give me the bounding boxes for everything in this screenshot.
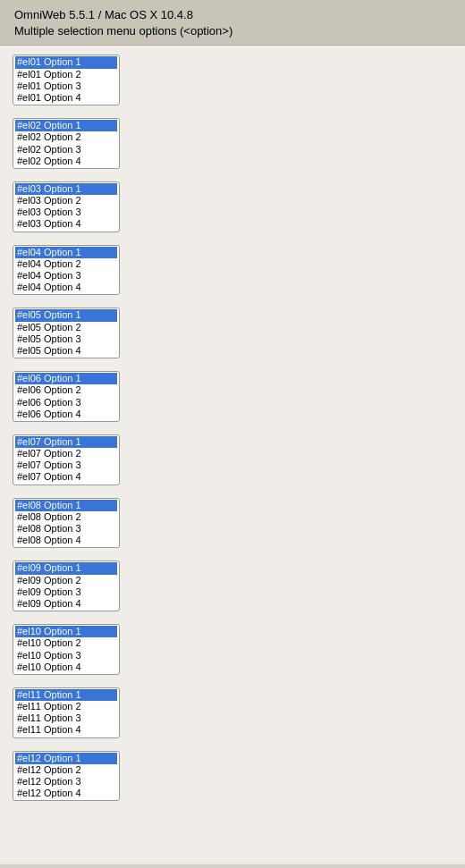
option-el02-3[interactable]: #el02 Option 3 [15, 144, 117, 156]
option-el06-1[interactable]: #el06 Option 1 [15, 373, 117, 384]
option-el07-4[interactable]: #el07 Option 4 [15, 471, 117, 483]
option-el04-1[interactable]: #el04 Option 1 [15, 247, 117, 258]
option-el07-3[interactable]: #el07 Option 3 [15, 459, 117, 471]
select-group-el03: #el03 Option 1#el03 Option 2#el03 Option… [13, 181, 452, 232]
option-el10-2[interactable]: #el10 Option 2 [15, 637, 117, 649]
option-el07-2[interactable]: #el07 Option 2 [15, 448, 117, 459]
option-el11-2[interactable]: #el11 Option 2 [15, 701, 117, 712]
option-el03-4[interactable]: #el03 Option 4 [15, 218, 117, 230]
option-el01-4[interactable]: #el01 Option 4 [15, 92, 117, 104]
option-el05-4[interactable]: #el05 Option 4 [15, 345, 117, 357]
select-el09[interactable]: #el09 Option 1#el09 Option 2#el09 Option… [13, 560, 120, 611]
select-group-el11: #el11 Option 1#el11 Option 2#el11 Option… [13, 687, 452, 738]
select-el12[interactable]: #el12 Option 1#el12 Option 2#el12 Option… [13, 751, 120, 802]
option-el08-2[interactable]: #el08 Option 2 [15, 511, 117, 523]
option-el11-4[interactable]: #el11 Option 4 [15, 724, 117, 736]
select-el10[interactable]: #el10 Option 1#el10 Option 2#el10 Option… [13, 624, 120, 675]
option-el02-1[interactable]: #el02 Option 1 [15, 120, 117, 131]
option-el04-2[interactable]: #el04 Option 2 [15, 258, 117, 270]
option-el12-3[interactable]: #el12 Option 3 [15, 776, 117, 788]
select-group-el08: #el08 Option 1#el08 Option 2#el08 Option… [13, 498, 452, 549]
option-el01-2[interactable]: #el01 Option 2 [15, 69, 117, 80]
select-group-el09: #el09 Option 1#el09 Option 2#el09 Option… [13, 560, 452, 611]
select-el07[interactable]: #el07 Option 1#el07 Option 2#el07 Option… [13, 434, 120, 485]
page-subtitle: Multiple selection menu options (<option… [14, 23, 451, 39]
option-el11-1[interactable]: #el11 Option 1 [15, 689, 117, 701]
option-el12-4[interactable]: #el12 Option 4 [15, 788, 117, 799]
option-el07-1[interactable]: #el07 Option 1 [15, 436, 117, 448]
select-el08[interactable]: #el08 Option 1#el08 Option 2#el08 Option… [13, 498, 120, 549]
select-el06[interactable]: #el06 Option 1#el06 Option 2#el06 Option… [13, 371, 120, 422]
option-el12-2[interactable]: #el12 Option 2 [15, 764, 117, 776]
select-group-el10: #el10 Option 1#el10 Option 2#el10 Option… [13, 624, 452, 675]
option-el08-1[interactable]: #el08 Option 1 [15, 500, 117, 511]
select-group-el07: #el07 Option 1#el07 Option 2#el07 Option… [13, 434, 452, 485]
select-group-el02: #el02 Option 1#el02 Option 2#el02 Option… [13, 118, 452, 169]
page-header: OmniWeb 5.5.1 / Mac OS X 10.4.8 Multiple… [0, 0, 465, 46]
main-content: #el01 Option 1#el01 Option 2#el01 Option… [0, 46, 465, 864]
option-el02-2[interactable]: #el02 Option 2 [15, 131, 117, 143]
option-el10-3[interactable]: #el10 Option 3 [15, 650, 117, 662]
select-el11[interactable]: #el11 Option 1#el11 Option 2#el11 Option… [13, 687, 120, 738]
option-el03-1[interactable]: #el03 Option 1 [15, 183, 117, 195]
select-group-el04: #el04 Option 1#el04 Option 2#el04 Option… [13, 245, 452, 296]
option-el08-4[interactable]: #el08 Option 4 [15, 535, 117, 546]
select-el02[interactable]: #el02 Option 1#el02 Option 2#el02 Option… [13, 118, 120, 169]
select-el05[interactable]: #el05 Option 1#el05 Option 2#el05 Option… [13, 308, 120, 358]
select-el03[interactable]: #el03 Option 1#el03 Option 2#el03 Option… [13, 181, 120, 232]
option-el11-3[interactable]: #el11 Option 3 [15, 712, 117, 724]
option-el09-2[interactable]: #el09 Option 2 [15, 575, 117, 586]
option-el09-1[interactable]: #el09 Option 1 [15, 562, 117, 574]
option-el05-3[interactable]: #el05 Option 3 [15, 333, 117, 345]
select-group-el05: #el05 Option 1#el05 Option 2#el05 Option… [13, 308, 452, 358]
select-group-el01: #el01 Option 1#el01 Option 2#el01 Option… [13, 55, 452, 105]
select-group-el06: #el06 Option 1#el06 Option 2#el06 Option… [13, 371, 452, 422]
option-el12-1[interactable]: #el12 Option 1 [15, 753, 117, 764]
option-el10-4[interactable]: #el10 Option 4 [15, 662, 117, 673]
select-el01[interactable]: #el01 Option 1#el01 Option 2#el01 Option… [13, 55, 120, 105]
option-el06-2[interactable]: #el06 Option 2 [15, 384, 117, 396]
select-el04[interactable]: #el04 Option 1#el04 Option 2#el04 Option… [13, 245, 120, 296]
app-title: OmniWeb 5.5.1 / Mac OS X 10.4.8 [14, 7, 451, 23]
option-el05-2[interactable]: #el05 Option 2 [15, 322, 117, 333]
option-el03-2[interactable]: #el03 Option 2 [15, 195, 117, 206]
option-el06-4[interactable]: #el06 Option 4 [15, 409, 117, 420]
option-el05-1[interactable]: #el05 Option 1 [15, 309, 117, 321]
option-el02-4[interactable]: #el02 Option 4 [15, 156, 117, 167]
option-el03-3[interactable]: #el03 Option 3 [15, 206, 117, 218]
select-group-el12: #el12 Option 1#el12 Option 2#el12 Option… [13, 751, 452, 802]
option-el06-3[interactable]: #el06 Option 3 [15, 397, 117, 409]
option-el09-3[interactable]: #el09 Option 3 [15, 586, 117, 598]
option-el01-3[interactable]: #el01 Option 3 [15, 80, 117, 92]
option-el10-1[interactable]: #el10 Option 1 [15, 626, 117, 637]
option-el08-3[interactable]: #el08 Option 3 [15, 523, 117, 535]
option-el04-4[interactable]: #el04 Option 4 [15, 282, 117, 293]
option-el04-3[interactable]: #el04 Option 3 [15, 270, 117, 282]
option-el01-1[interactable]: #el01 Option 1 [15, 56, 117, 68]
option-el09-4[interactable]: #el09 Option 4 [15, 598, 117, 610]
